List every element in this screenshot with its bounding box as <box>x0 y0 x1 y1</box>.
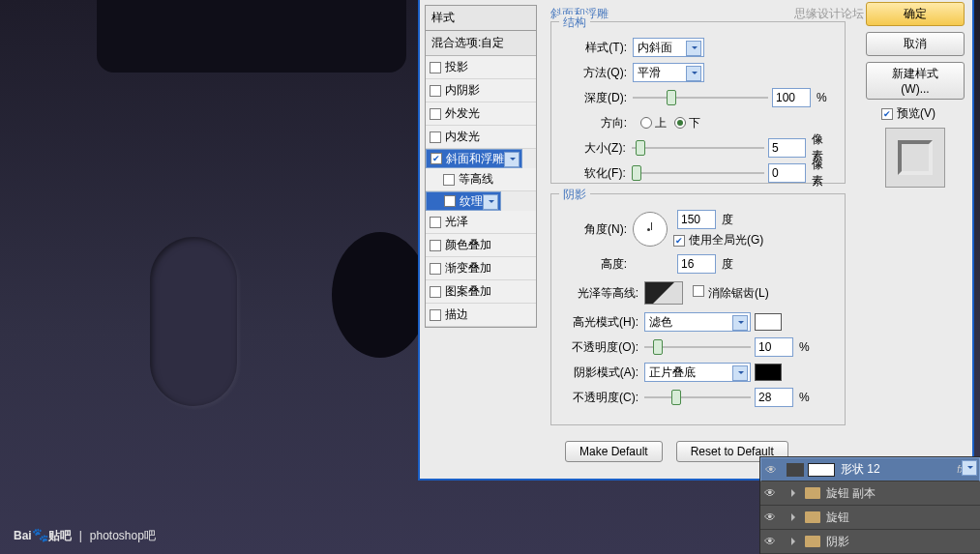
style-checkbox[interactable] <box>430 286 441 298</box>
layers-panel: 👁形状 12fx👁旋钮 副本👁旋钮👁阴影 <box>759 456 980 554</box>
angle-dial[interactable] <box>633 212 668 247</box>
preview-thumbnail <box>885 128 945 188</box>
layer-name: 形状 12 <box>841 461 880 478</box>
style-checkbox[interactable] <box>430 131 441 143</box>
global-light-checkbox[interactable] <box>673 235 685 247</box>
folder-icon <box>805 536 820 547</box>
style-select[interactable]: 内斜面 <box>633 38 704 57</box>
blend-options-row[interactable]: 混合选项:自定 <box>426 31 536 56</box>
soften-slider[interactable] <box>632 165 764 181</box>
layer-row[interactable]: 👁旋钮 副本 <box>760 481 980 506</box>
visibility-icon[interactable]: 👁 <box>764 510 778 524</box>
style-label: 内发光 <box>445 129 480 145</box>
folder-icon <box>805 487 820 499</box>
depth-slider[interactable] <box>633 90 768 105</box>
style-label: 图案叠加 <box>445 283 491 300</box>
style-checkbox[interactable] <box>431 153 442 164</box>
altitude-input[interactable]: 16 <box>677 254 716 274</box>
visibility-icon[interactable]: 👁 <box>764 486 778 500</box>
style-item-图案叠加[interactable]: 图案叠加 <box>426 280 536 304</box>
highlight-opacity-input[interactable]: 10 <box>755 337 793 357</box>
bg-shape <box>332 232 429 358</box>
layer-row[interactable]: 👁旋钮 <box>760 506 980 530</box>
shadow-opacity-slider[interactable] <box>644 390 751 405</box>
shadow-mode-select[interactable]: 正片叠底 <box>644 363 751 382</box>
size-input[interactable]: 5 <box>768 138 806 158</box>
style-label: 外发光 <box>445 105 480 122</box>
fx-expand-icon[interactable] <box>969 467 975 473</box>
style-checkbox[interactable] <box>430 108 441 120</box>
style-checkbox[interactable] <box>430 263 441 275</box>
style-item-斜面和浮雕[interactable]: 斜面和浮雕 <box>426 149 522 168</box>
style-item-渐变叠加[interactable]: 渐变叠加 <box>426 257 536 280</box>
style-checkbox[interactable] <box>430 240 441 251</box>
shading-group: 阴影 角度(N): 150度 使用全局光(G) 高度: 16度 光泽等高线: 消… <box>550 193 846 425</box>
style-item-等高线[interactable]: 等高线 <box>426 168 536 191</box>
make-default-button[interactable]: Make Default <box>565 441 663 462</box>
style-item-内发光[interactable]: 内发光 <box>426 126 536 149</box>
style-label: 等高线 <box>459 171 493 188</box>
style-item-颜色叠加[interactable]: 颜色叠加 <box>426 234 536 257</box>
style-checkbox[interactable] <box>430 217 441 228</box>
style-item-内阴影[interactable]: 内阴影 <box>426 79 536 102</box>
bg-shape <box>97 0 406 73</box>
style-label: 描边 <box>445 306 468 323</box>
highlight-mode-select[interactable]: 滤色 <box>644 312 751 332</box>
expand-icon[interactable] <box>791 538 799 545</box>
style-label: 颜色叠加 <box>445 237 491 253</box>
layer-name: 旋钮 <box>826 510 849 526</box>
layer-row[interactable]: 👁阴影 <box>760 530 980 554</box>
style-checkbox[interactable] <box>430 85 441 97</box>
ok-button[interactable]: 确定 <box>866 2 965 26</box>
technique-select[interactable]: 平滑 <box>633 63 704 82</box>
layer-name: 阴影 <box>826 534 849 550</box>
styles-list: 样式 混合选项:自定 投影内阴影外发光内发光斜面和浮雕等高线纹理光泽颜色叠加渐变… <box>425 5 537 328</box>
style-item-描边[interactable]: 描边 <box>426 304 536 327</box>
styles-header: 样式 <box>426 6 536 31</box>
shadow-opacity-input[interactable]: 28 <box>755 388 793 407</box>
style-item-光泽[interactable]: 光泽 <box>426 211 536 234</box>
group-title: 结构 <box>559 15 590 31</box>
style-checkbox[interactable] <box>444 195 456 207</box>
depth-input[interactable]: 100 <box>772 88 811 107</box>
layer-name: 旋钮 副本 <box>826 485 876 502</box>
shadow-color[interactable] <box>755 364 782 381</box>
bg-shape <box>150 237 237 406</box>
style-checkbox[interactable] <box>430 309 441 321</box>
footer-watermark: Bai🐾贴吧 | photoshop吧 <box>14 527 156 544</box>
shape-thumb <box>808 463 835 477</box>
style-label: 投影 <box>445 59 468 75</box>
soften-input[interactable]: 0 <box>768 163 806 183</box>
size-slider[interactable] <box>632 140 764 156</box>
dir-up-radio[interactable] <box>640 117 652 129</box>
highlight-color[interactable] <box>755 313 782 331</box>
angle-input[interactable]: 150 <box>677 210 716 229</box>
dir-down-radio[interactable] <box>674 117 686 129</box>
antialias-checkbox[interactable] <box>693 285 704 297</box>
structure-group: 结构 样式(T): 内斜面 方法(Q): 平滑 深度(D): 100% 方向: … <box>550 21 846 184</box>
gloss-contour[interactable] <box>644 281 683 305</box>
new-style-button[interactable]: 新建样式(W)... <box>866 62 965 100</box>
expand-icon[interactable] <box>791 513 799 521</box>
fx-badge[interactable]: fx <box>957 464 965 475</box>
style-label: 渐变叠加 <box>445 260 491 277</box>
highlight-opacity-slider[interactable] <box>644 339 751 355</box>
style-item-纹理[interactable]: 纹理 <box>426 191 501 211</box>
mask-thumb <box>787 463 804 477</box>
layer-style-dialog: 思缘设计论坛 MISSYUAN.COM 样式 混合选项:自定 投影内阴影外发光内… <box>418 0 974 481</box>
preview-checkbox[interactable] <box>881 108 893 120</box>
style-item-外发光[interactable]: 外发光 <box>426 102 536 126</box>
style-item-投影[interactable]: 投影 <box>426 56 536 79</box>
style-label: 斜面和浮雕 <box>446 151 504 167</box>
expand-icon[interactable] <box>791 489 799 497</box>
cancel-button[interactable]: 取消 <box>866 32 965 56</box>
visibility-icon[interactable]: 👁 <box>765 463 779 477</box>
folder-icon <box>805 511 820 523</box>
style-label: 光泽 <box>445 214 468 230</box>
style-checkbox[interactable] <box>443 174 455 186</box>
style-checkbox[interactable] <box>430 62 441 73</box>
dialog-buttons: 确定 取消 新建样式(W)... 预览(V) <box>866 2 965 191</box>
layer-row[interactable]: 👁形状 12fx <box>760 457 980 481</box>
visibility-icon[interactable]: 👁 <box>764 535 778 548</box>
style-label: 纹理 <box>460 193 483 210</box>
